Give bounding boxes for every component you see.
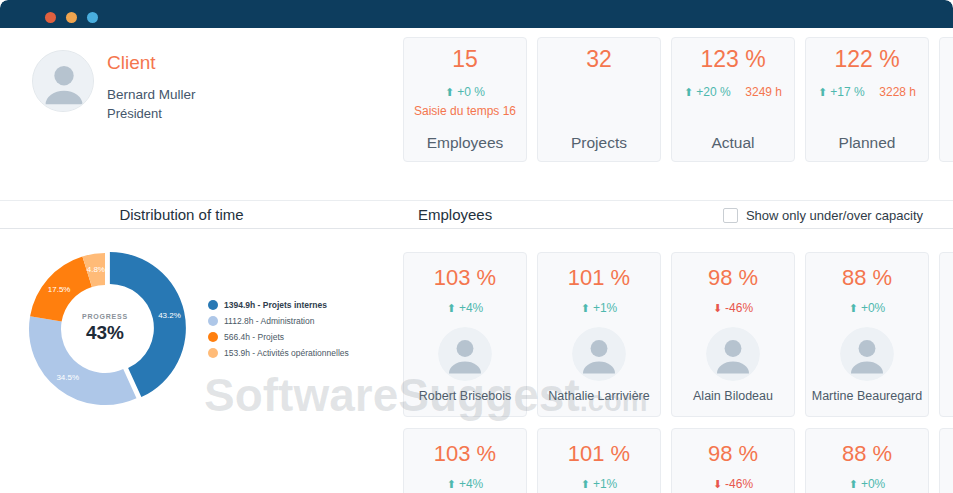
employee-percent: 98 % bbox=[672, 265, 794, 291]
person-avatar-icon bbox=[840, 327, 894, 381]
donut-slice-percent: 34.5% bbox=[56, 373, 79, 382]
donut-slice-percent: 17.5% bbox=[48, 285, 71, 294]
window-titlebar bbox=[0, 0, 953, 28]
employee-delta: ⬆+0% bbox=[806, 301, 928, 315]
stat-label: Actual bbox=[672, 134, 794, 152]
employee-card[interactable]: 103 % ⬆+4% Robert Brisebois bbox=[403, 252, 527, 417]
client-avatar bbox=[32, 50, 94, 112]
employee-name: Robert Brisebois bbox=[404, 389, 526, 403]
employee-delta: ⬆+0% bbox=[806, 477, 928, 491]
employee-avatar bbox=[438, 327, 492, 381]
employee-percent: 101 % bbox=[538, 265, 660, 291]
legend-dot-icon bbox=[208, 332, 218, 342]
legend-dot-icon bbox=[208, 348, 218, 358]
client-role: Président bbox=[107, 106, 196, 121]
stat-delta: ⬆+0 % bbox=[404, 85, 526, 99]
employee-card[interactable]: 88 % ⬆+0% bbox=[805, 428, 929, 493]
stat-value: 32 bbox=[538, 46, 660, 73]
employee-percent: 103 % bbox=[404, 265, 526, 291]
trend-up-icon: ⬆ bbox=[445, 86, 454, 98]
progress-value: 43% bbox=[55, 322, 155, 344]
legend-item[interactable]: 1394.9h - Projets internes bbox=[208, 297, 349, 313]
summary-card-planned[interactable]: 122 % ⬆+17 % 3228 h Planned bbox=[805, 37, 929, 162]
employee-name: Nathalie Larrivière bbox=[538, 389, 660, 403]
trend-up-icon: ⬆ bbox=[684, 86, 693, 98]
donut-slice-percent: 43.2% bbox=[158, 311, 181, 320]
person-avatar-icon bbox=[33, 51, 94, 112]
employee-card[interactable]: 88 % ⬆+0% Martine Beauregard bbox=[805, 252, 929, 417]
summary-card-projects[interactable]: 32 Projects bbox=[537, 37, 661, 162]
window-minimize-button[interactable] bbox=[66, 12, 77, 23]
employees-title: Employees bbox=[418, 201, 492, 229]
stat-label: Planned bbox=[806, 134, 928, 152]
person-avatar-icon bbox=[706, 327, 760, 381]
stat-delta: ⬆+20 % 3249 h bbox=[672, 85, 794, 99]
stat-value: 15 bbox=[404, 46, 526, 73]
trend-up-icon: ⬆ bbox=[849, 302, 858, 314]
employee-delta: ⬇-46% bbox=[672, 301, 794, 315]
window-maximize-button[interactable] bbox=[87, 12, 98, 23]
employee-percent: 98 % bbox=[672, 441, 794, 467]
employee-percent: 88 % bbox=[806, 441, 928, 467]
employee-card[interactable]: 98 % ⬇-46% Alain Bilodeau bbox=[671, 252, 795, 417]
distribution-title: Distribution of time bbox=[0, 201, 363, 229]
employee-delta: ⬆+1% bbox=[538, 301, 660, 315]
trend-up-icon: ⬆ bbox=[818, 86, 827, 98]
employee-delta: ⬆+4% bbox=[404, 477, 526, 491]
employee-name: Alain Bilodeau bbox=[672, 389, 794, 403]
employees-row-1: 103 % ⬆+4% Robert Brisebois 101 % ⬆+1% bbox=[403, 252, 953, 417]
employee-percent: 101 % bbox=[538, 441, 660, 467]
employee-card-clipped[interactable] bbox=[939, 252, 953, 417]
capacity-filter-toggle[interactable]: Show only under/over capacity bbox=[723, 201, 923, 229]
summary-card-employees[interactable]: 15 ⬆+0 % Saisie du temps 16 Employees bbox=[403, 37, 527, 162]
trend-up-icon: ⬆ bbox=[581, 302, 590, 314]
legend-dot-icon bbox=[208, 316, 218, 326]
summary-card-clipped[interactable] bbox=[939, 37, 953, 162]
window-close-button[interactable] bbox=[45, 12, 56, 23]
chart-legend: 1394.9h - Projets internes 1112.8h - Adm… bbox=[208, 297, 349, 361]
overview-section: Client Bernard Muller Président 15 ⬆+0 %… bbox=[0, 28, 953, 200]
main-content: 43.2%34.5%17.5%4.8% PROGRESS 43% 1394.9h… bbox=[0, 229, 953, 493]
section-header-bar: Distribution of time Employees Show only… bbox=[0, 200, 953, 229]
trend-up-icon: ⬆ bbox=[581, 478, 590, 490]
employee-avatar bbox=[572, 327, 626, 381]
capacity-filter-checkbox bbox=[723, 208, 738, 223]
client-heading: Client bbox=[107, 52, 196, 74]
trend-up-icon: ⬆ bbox=[849, 478, 858, 490]
employee-card[interactable]: 101 % ⬆+1% bbox=[537, 428, 661, 493]
legend-dot-icon bbox=[208, 300, 218, 310]
capacity-filter-label: Show only under/over capacity bbox=[746, 208, 923, 223]
trend-up-icon: ⬆ bbox=[447, 302, 456, 314]
summary-cards-row: 15 ⬆+0 % Saisie du temps 16 Employees 32… bbox=[403, 37, 953, 162]
stat-note: Saisie du temps 16 bbox=[404, 104, 526, 118]
trend-down-icon: ⬇ bbox=[713, 302, 722, 314]
person-avatar-icon bbox=[438, 327, 492, 381]
employee-card[interactable]: 98 % ⬇-46% bbox=[671, 428, 795, 493]
employee-percent: 103 % bbox=[404, 441, 526, 467]
stat-hours: 3228 h bbox=[879, 85, 916, 99]
trend-up-icon: ⬆ bbox=[447, 478, 456, 490]
stat-hours: 3249 h bbox=[745, 85, 782, 99]
employee-avatar bbox=[706, 327, 760, 381]
progress-label: PROGRESS bbox=[55, 313, 155, 320]
stat-value: 122 % bbox=[806, 46, 928, 73]
stat-value: 123 % bbox=[672, 46, 794, 73]
stat-delta: ⬆+17 % 3228 h bbox=[806, 85, 928, 99]
employees-row-2: 103 % ⬆+4% 101 % ⬆+1% 98 % ⬇-46% 88 % bbox=[403, 428, 953, 493]
employee-delta: ⬆+1% bbox=[538, 477, 660, 491]
legend-item[interactable]: 566.4h - Projets bbox=[208, 329, 349, 345]
legend-item[interactable]: 1112.8h - Administration bbox=[208, 313, 349, 329]
legend-item[interactable]: 153.9h - Activités opérationnelles bbox=[208, 345, 349, 361]
stat-label: Employees bbox=[404, 134, 526, 152]
client-info: Client Bernard Muller Président bbox=[107, 52, 196, 121]
employee-name: Martine Beauregard bbox=[806, 389, 928, 403]
employee-percent: 88 % bbox=[806, 265, 928, 291]
stat-label: Projects bbox=[538, 134, 660, 152]
employee-card[interactable]: 101 % ⬆+1% Nathalie Larrivière bbox=[537, 252, 661, 417]
app-window: Client Bernard Muller Président 15 ⬆+0 %… bbox=[0, 0, 953, 493]
summary-card-actual[interactable]: 123 % ⬆+20 % 3249 h Actual bbox=[671, 37, 795, 162]
employee-card[interactable]: 103 % ⬆+4% bbox=[403, 428, 527, 493]
trend-down-icon: ⬇ bbox=[713, 478, 722, 490]
employee-delta: ⬇-46% bbox=[672, 477, 794, 491]
employee-card-clipped[interactable] bbox=[939, 428, 953, 493]
